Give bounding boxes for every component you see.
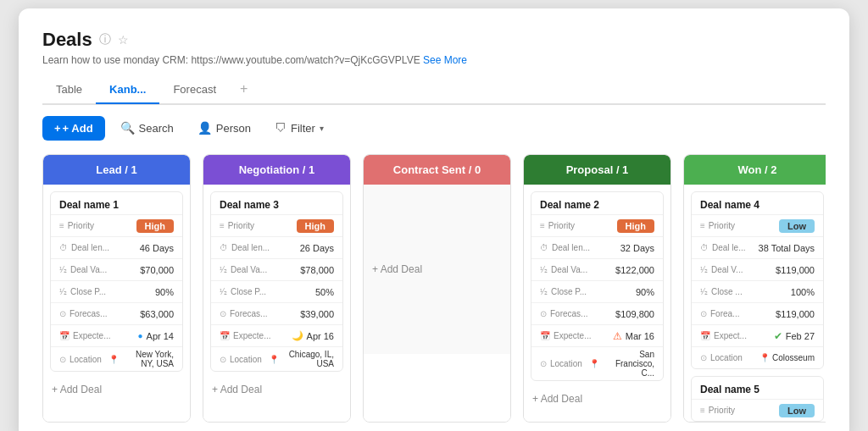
date-value: ✔Feb 27	[749, 330, 815, 342]
deal-row: ⊙Location📍San Francisco, C...	[531, 346, 663, 380]
deal-row: ⊙Forecas...$109,800	[531, 302, 663, 324]
info-icon[interactable]: ⓘ	[99, 32, 111, 47]
row-label-text: Deal le...	[712, 243, 745, 252]
deal-row-label: 📅Expecte...	[220, 331, 270, 340]
plus-icon: +	[54, 122, 61, 135]
add-deal-button[interactable]: + Add Deal	[203, 377, 350, 402]
row-value: $63,000	[108, 309, 174, 319]
priority-badge-low: Low	[779, 404, 815, 417]
deal-card: Deal name 3≡PriorityHigh⏱Deal len...26 D…	[210, 191, 343, 372]
row-label-text: Deal Va...	[70, 265, 107, 274]
deal-row-label: ¹⁄₂Deal V...	[700, 265, 749, 274]
row-label-text: Location	[70, 355, 102, 364]
add-deal-button[interactable]: + Add Deal	[43, 377, 190, 402]
deal-row-label: ≡Priority	[220, 221, 269, 230]
deal-card: Deal name 2≡PriorityHigh⏱Deal len...32 D…	[531, 191, 664, 381]
col-lead: Lead / 1Deal name 1≡PriorityHigh⏱Deal le…	[42, 154, 191, 423]
deal-row: 📅Expecte...🌙Apr 16	[211, 324, 342, 346]
row-label-text: Expecte...	[233, 331, 270, 340]
date-value: ●Apr 14	[110, 331, 174, 341]
add-button[interactable]: + + Add	[42, 116, 105, 141]
deal-row-label: ¹⁄₂Deal Va...	[220, 265, 269, 274]
deal-row: 📅Expecte...●Apr 14	[51, 324, 182, 346]
add-deal-button[interactable]: + Add Deal	[524, 386, 670, 412]
row-value: 46 Days	[109, 243, 174, 253]
deal-row-label: ⊙Forecas...	[220, 309, 269, 318]
moon-icon: 🌙	[292, 330, 303, 341]
row-icon: ⊙	[220, 309, 226, 318]
deal-row-label: ¹⁄₂Deal Va...	[59, 265, 108, 274]
col-header-proposal: Proposal / 1	[524, 155, 670, 185]
location-value: 📍San Francisco, C...	[589, 350, 654, 378]
date-value: 🌙Apr 16	[270, 330, 334, 341]
row-icon: ⏱	[220, 243, 228, 252]
deal-row: ⊙Location📍Colosseum	[692, 346, 823, 368]
row-value: $119,000	[749, 309, 815, 319]
row-label-text: Priority	[709, 221, 735, 230]
tab-add-button[interactable]: +	[230, 75, 258, 103]
row-label-text: Close P...	[231, 287, 266, 296]
main-window: Deals ⓘ ☆ Learn how to use monday CRM: h…	[19, 8, 849, 431]
toolbar: + + Add 🔍 Search 👤 Person ⛉ Filter ▾	[42, 115, 826, 141]
col-header-won: Won / 2	[684, 155, 826, 185]
location-text: Colosseum	[772, 353, 815, 362]
deal-row: ⏱Deal len...46 Days	[51, 236, 182, 258]
deal-row-label: ≡Priority	[59, 221, 108, 230]
tab-forecast[interactable]: Forecast	[159, 76, 230, 104]
kanban-board: Lead / 1Deal name 1≡PriorityHigh⏱Deal le…	[42, 154, 826, 423]
location-value: 📍Colosseum	[749, 353, 815, 362]
deal-card: Deal name 1≡PriorityHigh⏱Deal len...46 D…	[50, 191, 183, 372]
row-value: ✔Feb 27	[749, 330, 815, 342]
deal-row: ¹⁄₂Deal Va...$70,000	[51, 258, 182, 280]
row-value: 26 Days	[270, 243, 334, 253]
page-header: Deals ⓘ ☆ Learn how to use monday CRM: h…	[42, 29, 826, 66]
deal-row-label: ≡Priority	[540, 221, 589, 230]
filter-button[interactable]: ⛉ Filter ▾	[266, 115, 332, 141]
row-value: 🌙Apr 16	[270, 330, 334, 341]
person-button[interactable]: 👤 Person	[189, 115, 259, 141]
row-value: $119,000	[749, 265, 815, 275]
row-label-text: Expecte...	[554, 331, 591, 340]
tab-kanban[interactable]: Kanb...	[96, 76, 159, 104]
col-header-negotiation: Negotiation / 1	[203, 155, 350, 185]
row-value: 90%	[108, 287, 174, 297]
location-value: 📍New York, NY, USA	[108, 350, 174, 368]
search-button[interactable]: 🔍 Search	[112, 115, 182, 141]
row-label-text: Close ...	[711, 287, 743, 296]
col-won: Won / 2Deal name 4≡PriorityLow⏱Deal le..…	[683, 154, 826, 423]
location-pin-icon: 📍	[269, 355, 279, 364]
row-label-text: Forecas...	[550, 309, 587, 318]
row-icon: ¹⁄₂	[220, 265, 227, 274]
deal-row-label: 📅Expecte...	[59, 331, 110, 340]
deal-row-label: ¹⁄₂Close P...	[220, 287, 269, 296]
tab-bar: Table Kanb... Forecast +	[42, 75, 826, 105]
row-value: $78,000	[269, 265, 334, 275]
filter-icon: ⛉	[275, 121, 287, 135]
row-label-text: Deal len...	[231, 243, 270, 252]
row-icon: ¹⁄₂	[700, 265, 708, 274]
col-negotiation: Negotiation / 1Deal name 3≡PriorityHigh⏱…	[203, 154, 351, 423]
see-more-link[interactable]: See More	[423, 54, 467, 66]
deal-row-label: ≡Priority	[700, 221, 749, 230]
person-icon: 👤	[198, 121, 212, 135]
row-value: High	[108, 219, 174, 233]
row-value: $109,800	[589, 309, 654, 319]
deal-row: 📅Expecte...⚠Mar 16	[531, 324, 663, 346]
row-icon: ≡	[59, 221, 64, 230]
deal-row-label: ⏱Deal len...	[540, 243, 590, 252]
priority-badge-high: High	[297, 219, 334, 233]
deal-row-label: ⊙Location	[700, 353, 749, 362]
row-icon: ⊙	[59, 309, 66, 318]
add-deal-button[interactable]: + Add Deal	[364, 257, 510, 282]
search-icon: 🔍	[120, 121, 135, 135]
row-label-text: Expecte...	[73, 331, 110, 340]
star-icon[interactable]: ☆	[118, 33, 129, 47]
priority-badge-high: High	[136, 219, 174, 233]
row-value: 📍San Francisco, C...	[589, 350, 654, 378]
chevron-down-icon: ▾	[320, 124, 324, 133]
tab-table[interactable]: Table	[42, 76, 96, 104]
row-icon: ⊙	[700, 309, 707, 318]
deal-card: Deal name 5≡PriorityLow	[691, 376, 824, 422]
deal-row-label: ¹⁄₂Close P...	[59, 287, 108, 296]
deal-card-title: Deal name 4	[692, 192, 823, 214]
